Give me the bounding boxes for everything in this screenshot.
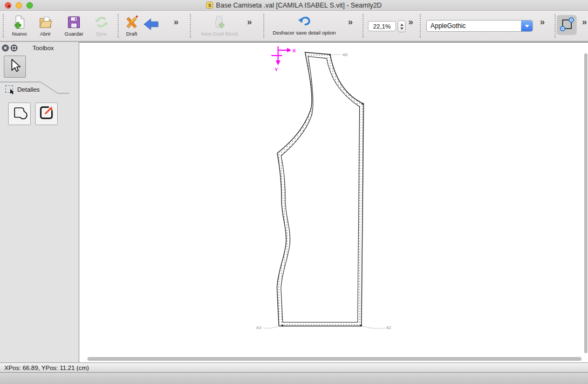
window-title: Base Camiseta .val [CAMILA ISABEL S.vit]… bbox=[216, 2, 381, 9]
close-window-button[interactable] bbox=[5, 2, 11, 9]
sync-arrows-icon bbox=[94, 15, 109, 30]
save-file-label: Guardar bbox=[65, 31, 84, 37]
status-bar: XPos: 66.89, YPos: 11.21 (cm) bbox=[0, 362, 588, 372]
draft-canvas[interactable]: A5 A3 A2 X Y bbox=[79, 42, 588, 362]
toolbar-handle[interactable] bbox=[263, 14, 264, 38]
open-file-button[interactable]: Abrir bbox=[33, 15, 57, 37]
point-label: A3 bbox=[256, 326, 261, 330]
combo-dropdown-button[interactable] bbox=[521, 20, 532, 31]
main-toolbar: Nuevo Abrir Guardar bbox=[0, 11, 588, 42]
save-file-button[interactable]: Guardar bbox=[60, 15, 87, 37]
toolbar-overflow-chevron[interactable]: » bbox=[247, 17, 252, 27]
draft-mode-label: Draft bbox=[126, 31, 138, 37]
toolbar-handle[interactable] bbox=[420, 14, 421, 38]
toolbar-overflow-chevron[interactable]: » bbox=[348, 17, 353, 27]
font-family-select[interactable]: AppleGothic bbox=[426, 20, 533, 32]
toolbar-overflow-chevron[interactable]: » bbox=[582, 17, 587, 27]
floppy-disk-icon bbox=[66, 15, 81, 30]
toolbar-overflow-chevron[interactable]: » bbox=[540, 17, 545, 27]
vertical-scrollbar[interactable] bbox=[584, 53, 587, 353]
undo-button[interactable]: Deshacer save detail option bbox=[268, 15, 341, 36]
sync-button: Sync bbox=[90, 15, 113, 37]
toolbar-overflow-chevron[interactable]: » bbox=[174, 17, 179, 27]
pointer-tool-button[interactable] bbox=[4, 56, 26, 78]
cursor-position-readout: XPos: 66.89, YPos: 11.21 (cm) bbox=[0, 365, 89, 371]
minimize-window-button[interactable] bbox=[16, 2, 22, 9]
new-draft-block-button: New Draft Block bbox=[195, 15, 244, 37]
zoom-stepper[interactable] bbox=[398, 20, 406, 32]
draft-tools-icon bbox=[124, 15, 139, 30]
origin-axes-icon bbox=[271, 46, 291, 65]
new-draft-block-label: New Draft Block bbox=[201, 31, 238, 37]
cursor-arrow-icon bbox=[6, 57, 24, 77]
stepper-up-icon[interactable] bbox=[400, 24, 404, 26]
blue-left-arrow-icon bbox=[142, 17, 160, 31]
font-family-value: AppleGothic bbox=[427, 22, 521, 30]
horizontal-scrollbar[interactable] bbox=[87, 357, 582, 361]
new-document-icon bbox=[12, 15, 27, 30]
toolbar-handle[interactable] bbox=[118, 14, 119, 38]
toolbar-overflow-chevron[interactable]: » bbox=[408, 17, 413, 27]
new-file-button[interactable]: Nuevo bbox=[8, 15, 31, 37]
toolbox-header: Toolbox bbox=[0, 43, 79, 53]
toolbar-handle[interactable] bbox=[3, 14, 4, 38]
sync-label: Sync bbox=[95, 31, 107, 37]
draft-mode-button[interactable]: Draft bbox=[121, 15, 142, 37]
details-tab[interactable]: Detalles bbox=[17, 86, 40, 93]
zoom-percentage-input[interactable] bbox=[368, 21, 396, 31]
undo-arrow-icon bbox=[297, 15, 312, 29]
toolbar-handle[interactable] bbox=[363, 14, 364, 38]
export-piece-tool-button[interactable] bbox=[35, 102, 58, 125]
app-icon: S bbox=[206, 2, 213, 9]
bottom-margin-band bbox=[0, 372, 588, 384]
new-file-label: Nuevo bbox=[12, 31, 26, 37]
point-label: A2 bbox=[386, 326, 391, 330]
toolbar-handle[interactable] bbox=[190, 14, 191, 38]
toolbar-handle[interactable] bbox=[555, 14, 556, 38]
chevron-down-icon bbox=[525, 25, 529, 28]
details-tab-icon bbox=[5, 85, 13, 93]
title-bar: S Base Camiseta .val [CAMILA ISABEL S.vi… bbox=[0, 0, 588, 11]
point-label: A5 bbox=[343, 53, 347, 57]
pattern-piece-drawing bbox=[79, 43, 588, 362]
toolbox-panel: Toolbox Detalles bbox=[0, 42, 79, 362]
zoom-window-button[interactable] bbox=[26, 2, 33, 9]
toolbox-title: Toolbox bbox=[0, 45, 79, 51]
x-axis-label: X bbox=[292, 48, 296, 53]
export-arrow-icon bbox=[36, 102, 57, 125]
back-navigation-button[interactable] bbox=[142, 17, 160, 31]
pattern-piece-tool-button[interactable] bbox=[8, 102, 31, 125]
open-file-label: Abrir bbox=[40, 31, 51, 37]
stepper-down-icon[interactable] bbox=[400, 28, 404, 30]
zoom-to-selected-button[interactable] bbox=[557, 15, 577, 35]
y-axis-label: Y bbox=[275, 67, 278, 72]
window-controls bbox=[5, 2, 33, 9]
open-folder-icon bbox=[38, 15, 53, 30]
piece-shape-icon bbox=[9, 102, 30, 125]
undo-label: Deshacer save detail option bbox=[272, 30, 336, 36]
pattern-block-icon bbox=[212, 15, 227, 30]
zoom-to-selected-icon bbox=[558, 15, 576, 36]
